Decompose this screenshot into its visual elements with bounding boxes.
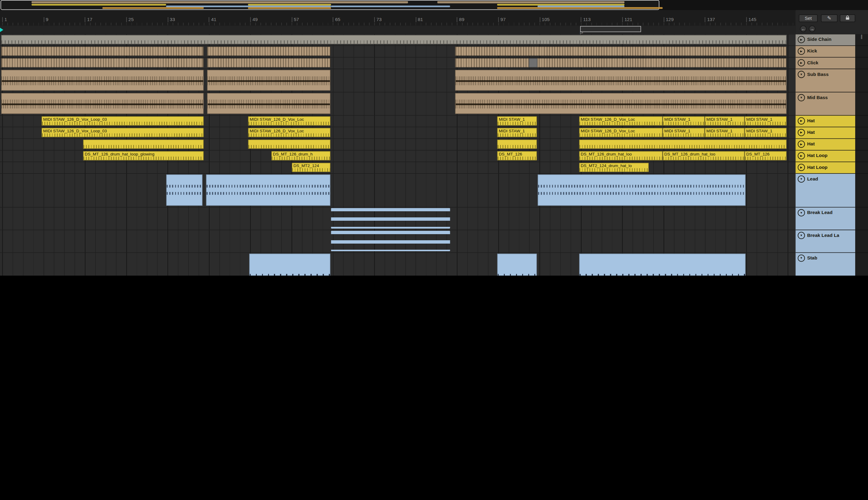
play-icon[interactable]: ▶ [798,164,805,171]
clip[interactable] [455,58,787,68]
arrangement-lanes[interactable]: MIDI STAW_126_D_Vox_Loop_03MIDI STAW_126… [0,34,796,276]
track-header-click[interactable]: ▶Click [796,58,855,69]
clip[interactable] [497,139,537,149]
clip[interactable] [455,70,787,91]
history-forward-button[interactable]: → [809,25,815,32]
clip[interactable] [166,174,203,206]
clip[interactable]: MIDI STAW_1 [497,128,537,137]
clip[interactable]: MIDI STAW_1 [663,116,705,126]
play-icon[interactable]: ▶ [798,129,805,136]
track-header-hat[interactable]: ▶Hat [796,115,855,127]
clip[interactable] [207,58,330,68]
clip[interactable] [331,208,450,228]
clip[interactable]: MIDI STAW_1 [705,116,745,126]
clip[interactable]: MIDI STAW_126_D_Vox_Loop_03 [42,128,204,137]
clip[interactable] [579,139,787,149]
clip[interactable]: DS_MT_126 [497,151,537,161]
clip[interactable] [249,253,330,276]
clip[interactable] [248,139,330,149]
play-icon[interactable]: ▶ [798,59,805,67]
clip[interactable] [1,58,204,68]
track-lane-mid-bass[interactable] [0,92,796,115]
clip[interactable]: MIDI STAW_126_D_Vox_Loc [579,128,663,137]
clip[interactable] [207,46,330,56]
clip[interactable]: MIDI STAW_126_D_Vox_Loc [579,116,663,126]
clip[interactable]: MIDI STAW_1 [497,116,537,126]
clip[interactable] [497,253,537,276]
clip[interactable] [455,46,787,56]
clip[interactable] [207,93,330,114]
track-header-hat[interactable]: ▶Hat [796,127,855,139]
clip[interactable]: MIDI STAW_1 [663,128,705,137]
fold-icon[interactable]: ▼ [798,232,805,239]
track-header-kick[interactable]: ▶Kick [796,46,855,58]
track-lane-hat[interactable]: MIDI STAW_126_D_Vox_Loop_03MIDI STAW_126… [0,115,796,127]
fold-icon[interactable]: ▼ [798,175,805,183]
play-icon[interactable]: ▶ [798,140,805,148]
track-lane-lead[interactable] [0,174,796,208]
clip[interactable]: DS_MT_126_drum_hat_loo [579,151,663,161]
fold-icon[interactable]: ▼ [798,71,805,78]
clip[interactable]: DS_MT2_124 [292,163,330,172]
clip[interactable]: DS_MT_126_drum_h [271,151,330,161]
play-icon[interactable]: ▶ [798,117,805,125]
fold-icon[interactable]: ▼ [798,94,805,102]
scrub-area[interactable]: ▷ [0,25,796,35]
track-header-break-lead[interactable]: ▼Break Lead [796,208,855,230]
song-overview[interactable] [0,0,868,10]
clip[interactable]: MIDI STAW_1 [705,128,745,137]
fold-icon[interactable]: ▼ [798,254,805,262]
track-header-side-chain[interactable]: ▶Side Chain [796,34,855,46]
history-back-button[interactable]: ← [800,25,807,32]
clip[interactable] [529,58,538,68]
play-icon[interactable]: ▶ [798,36,805,43]
track-lane-hat-loop[interactable]: DS_MT2_124DS_MT2_124_drum_hat_lo [0,162,796,174]
track-header-mid-bass[interactable]: ▼Mid Bass [796,92,855,115]
clip[interactable]: MIDI STAW_1 [744,116,787,126]
track-lane-side-chain[interactable] [0,34,796,46]
track-header-sub-bass[interactable]: ▼Sub Bass [796,69,855,92]
clip[interactable] [1,70,204,91]
track-header-hat-loop[interactable]: ▶Hat Loop [796,162,855,174]
track-header-break-lead-la[interactable]: ▼Break Lead La [796,230,855,253]
track-lane-break-lead[interactable] [0,208,796,230]
clip[interactable]: MIDI STAW_126_D_Vox_Loc [248,116,330,126]
clip[interactable]: MIDI STAW_126_D_Vox_Loc [248,128,330,137]
track-header-stab[interactable]: ▼Stab [796,253,855,276]
clip[interactable] [579,253,746,276]
clip[interactable] [1,93,204,114]
clip[interactable] [1,35,787,44]
loop-start-marker[interactable]: ▷ [580,31,583,34]
clip[interactable] [206,174,330,206]
lock-icon[interactable] [840,14,856,22]
clip[interactable] [331,231,450,251]
track-lane-hat-loop[interactable]: DS_MT_126_drum_hat_loop_glowingDS_MT_126… [0,151,796,162]
track-header-hat[interactable]: ▶Hat [796,139,855,151]
clip[interactable] [538,174,745,206]
track-lane-hat[interactable] [0,139,796,151]
track-lane-kick[interactable] [0,46,796,58]
track-lane-click[interactable] [0,58,796,69]
clip[interactable]: DS_MT_126_drum_hat_loop_glowing [83,151,204,161]
clip[interactable] [455,93,787,114]
clip[interactable] [1,46,204,56]
fold-icon[interactable]: ▼ [798,209,805,216]
track-lane-hat[interactable]: MIDI STAW_126_D_Vox_Loop_03MIDI STAW_126… [0,127,796,139]
set-button[interactable]: Set [799,14,818,22]
track-header-hat-loop[interactable]: ▶Hat Loop [796,151,855,162]
track-lane-break-lead-la[interactable] [0,230,796,253]
clip[interactable]: MIDI STAW_1 [744,128,787,137]
clip[interactable] [207,70,330,91]
play-icon[interactable]: ▶ [798,47,805,55]
clip[interactable]: DS_MT_126_drum_hat_loo [663,151,745,161]
clip[interactable]: DS_MT2_124_drum_hat_lo [579,163,649,172]
track-header-lead[interactable]: ▼Lead [796,174,855,208]
track-lane-stab[interactable] [0,253,796,276]
clip[interactable]: DS_MT_126 [744,151,787,161]
clip[interactable] [83,139,204,149]
clip[interactable]: MIDI STAW_126_D_Vox_Loop_03 [42,116,204,126]
play-icon[interactable]: ▶ [798,152,805,159]
track-lane-sub-bass[interactable] [0,69,796,92]
bar-ruler[interactable]: 1917253341495765738189971051131211291371… [0,10,796,26]
loop-brace[interactable] [580,26,641,32]
